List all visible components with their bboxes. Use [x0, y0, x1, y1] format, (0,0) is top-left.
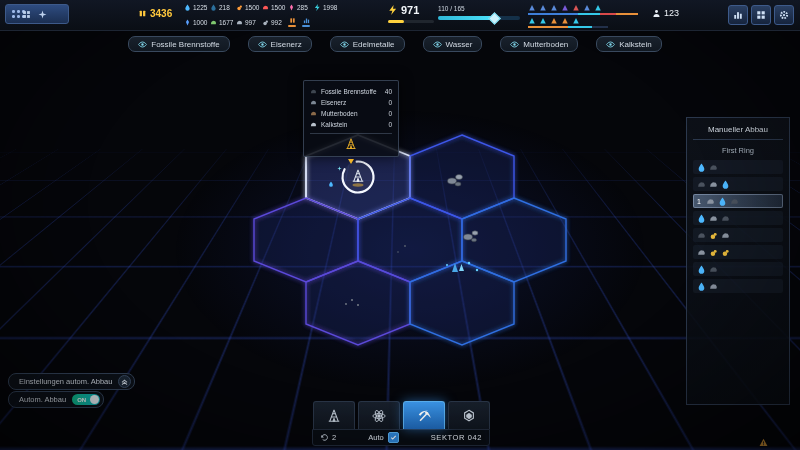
mining-queue-row[interactable]	[693, 245, 783, 259]
auto-checkbox[interactable]	[388, 432, 399, 443]
sparkle-icon	[38, 10, 47, 19]
grid-icon	[756, 10, 766, 20]
resource-counters-row-2: 1000 1677 997 992	[184, 17, 316, 27]
research-tool-button[interactable]	[358, 401, 400, 429]
filter-mutterboden[interactable]: Mutterboden	[500, 36, 578, 52]
resource-counter: 1000	[184, 17, 210, 27]
filter-label: Edelmetalle	[353, 40, 395, 49]
water-drop-icon	[718, 197, 727, 206]
tooltip-row: Mutterboden0	[310, 108, 392, 119]
auto-mining-settings-button[interactable]: Einstellungen autom. Abbau	[8, 373, 135, 390]
settings-button[interactable]	[774, 5, 794, 25]
capacity-readout: 110 / 165	[438, 5, 465, 12]
mining-queue-row[interactable]	[693, 262, 783, 276]
power-counter: 971	[388, 4, 419, 16]
panel-subtitle: First Ring	[687, 140, 789, 160]
sector-view-button[interactable]	[448, 401, 490, 429]
eye-icon	[258, 40, 267, 49]
expand-button[interactable]	[118, 375, 131, 388]
eye-icon	[340, 40, 349, 49]
resource-counter: 997	[236, 17, 262, 27]
resource-counter: 1500	[236, 4, 262, 11]
filter-fossile-brennstoffe[interactable]: Fossile Brennstoffe	[128, 36, 229, 52]
atom-icon	[372, 409, 386, 423]
person-icon	[652, 9, 661, 18]
filter-label: Mutterboden	[523, 40, 568, 49]
filter-edelmetalle[interactable]: Edelmetalle	[330, 36, 405, 52]
power-bar	[388, 20, 434, 23]
auto-mine-tool-button[interactable]	[403, 401, 445, 429]
overview-button[interactable]	[751, 5, 771, 25]
check-icon	[390, 434, 397, 441]
energy-cells-icon	[138, 9, 147, 18]
mining-queue-list: 1	[687, 160, 789, 293]
limestone-icon	[310, 121, 317, 128]
filter-kalkstein[interactable]: Kalkstein	[596, 36, 661, 52]
gold-ore-icon	[709, 248, 718, 257]
stats-button[interactable]	[728, 5, 748, 25]
crew-value: 123	[664, 8, 679, 18]
resource-counter: 1998	[314, 4, 340, 11]
action-count-value: 2	[332, 433, 336, 442]
auto-mining-label: Autom. Abbau	[19, 395, 66, 404]
gold-ore-icon	[721, 248, 730, 257]
eye-icon	[606, 40, 615, 49]
tooltip-divider	[310, 133, 392, 134]
water-drop-icon	[697, 282, 706, 291]
mining-queue-row-selected[interactable]: 1	[693, 194, 783, 208]
filter-wasser[interactable]: Wasser	[423, 36, 483, 52]
slider-handle[interactable]	[489, 12, 502, 25]
rock-icon	[709, 265, 718, 274]
toolbar-status-strip: 2 Auto SEKTOR 042	[312, 429, 490, 446]
resource-counter: 1677	[210, 17, 236, 27]
window-buttons	[728, 5, 794, 25]
eye-icon	[138, 40, 147, 49]
tooltip-row: Kalkstein0	[310, 119, 392, 130]
mining-toolbar: 2 Auto SEKTOR 042	[312, 401, 490, 446]
mining-queue-row[interactable]	[693, 177, 783, 191]
system-menu-chip[interactable]	[5, 4, 69, 24]
iron-rock-icon	[310, 99, 317, 106]
toggle-knob	[90, 395, 99, 404]
rock-icon	[697, 180, 706, 189]
queue-position-badge: 1	[697, 198, 703, 205]
capacity-slider[interactable]	[438, 16, 520, 20]
coal-rock-icon	[310, 88, 317, 95]
manual-mining-panel: Manueller Abbau First Ring 1	[686, 117, 790, 405]
undo-arrow-icon[interactable]	[320, 433, 329, 442]
status-icon-strip-2	[528, 17, 580, 25]
status-bar-1	[528, 13, 638, 15]
settings-button-label: Einstellungen autom. Abbau	[19, 377, 112, 386]
mining-queue-row[interactable]	[693, 160, 783, 174]
rock-icon	[709, 282, 718, 291]
toggle-state-label: ON	[72, 397, 86, 403]
resource-counter: 992	[262, 17, 288, 27]
resource-filter-bar: Fossile Brennstoffe Eisenerz Edelmetalle…	[0, 36, 790, 52]
auto-mining-toggle[interactable]: ON	[72, 394, 100, 405]
crew-counter: 123	[652, 8, 679, 18]
warning-triangle-icon[interactable]	[759, 438, 768, 447]
water-drop-icon	[697, 265, 706, 274]
resource-counter: 285	[288, 4, 314, 11]
rock-icon	[709, 163, 718, 172]
mining-queue-row[interactable]	[693, 211, 783, 225]
rock-icon	[709, 180, 718, 189]
rock-icon	[721, 214, 730, 223]
double-chevron-up-icon	[120, 377, 129, 386]
mining-queue-row[interactable]	[693, 279, 783, 293]
credits-counter: 3436	[138, 8, 172, 19]
filter-label: Kalkstein	[619, 40, 651, 49]
drill-tool-button[interactable]	[313, 401, 355, 429]
action-count: 2	[320, 433, 336, 442]
mining-queue-row[interactable]	[693, 228, 783, 242]
gauge-icon	[302, 17, 310, 27]
resource-counter: 1225	[184, 4, 210, 11]
auto-option: Auto	[368, 432, 398, 443]
rock-icon	[697, 248, 706, 257]
filter-eisenerz[interactable]: Eisenerz	[248, 36, 312, 52]
bar-chart-icon	[733, 10, 743, 20]
water-drop-icon	[697, 163, 706, 172]
grid-icon	[22, 10, 31, 19]
rock-icon	[697, 231, 706, 240]
status-icon-strip-1	[528, 4, 602, 12]
